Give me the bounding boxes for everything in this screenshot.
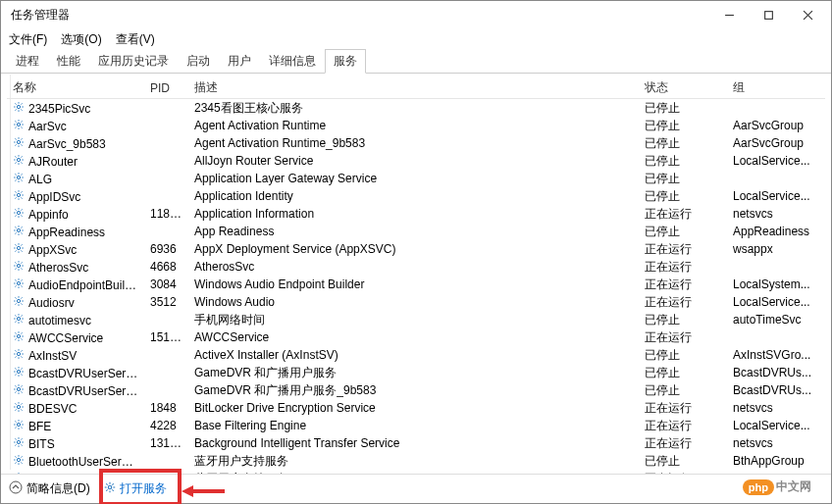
svg-line-18 — [15, 121, 16, 122]
column-header-group[interactable]: 组 — [727, 76, 825, 99]
svg-line-63 — [15, 209, 16, 210]
service-row[interactable]: AarSvcAgent Activation Runtime已停止AarSvcG… — [7, 117, 825, 134]
tab-strip: 进程 性能 应用历史记录 启动 用户 详细信息 服务 — [1, 50, 831, 74]
svg-line-90 — [15, 262, 16, 263]
column-header-name[interactable]: 名称 — [7, 76, 144, 99]
service-group-cell: netsvcs — [727, 207, 825, 221]
tab-users[interactable]: 用户 — [219, 49, 260, 73]
service-row[interactable]: AtherosSvc4668AtherosSvc正在运行 — [7, 258, 825, 276]
service-desc-cell: Agent Activation Runtime_9b583 — [188, 136, 639, 150]
service-row[interactable]: Appinfo11832Application Information正在运行n… — [7, 205, 825, 223]
service-row[interactable]: AWCCService15164AWCCService正在运行 — [7, 328, 825, 346]
service-status-cell: 已停止 — [639, 118, 727, 134]
svg-line-55 — [21, 197, 22, 198]
menu-file[interactable]: 文件(F) — [7, 29, 49, 50]
watermark-text: 中文网 — [776, 479, 811, 495]
svg-point-94 — [17, 281, 20, 284]
menubar: 文件(F) 选项(O) 查看(V) — [1, 28, 831, 50]
svg-line-39 — [21, 156, 22, 157]
service-pid-cell: 6936 — [144, 242, 188, 256]
service-icon — [13, 419, 25, 430]
tab-processes[interactable]: 进程 — [7, 49, 48, 73]
service-desc-cell: Windows Audio — [188, 295, 639, 309]
svg-line-189 — [15, 456, 16, 457]
svg-line-154 — [21, 391, 22, 392]
menu-view[interactable]: 查看(V) — [114, 29, 157, 50]
svg-point-157 — [17, 405, 20, 408]
service-row[interactable]: BFE4228Base Filtering Engine正在运行LocalSer… — [7, 417, 825, 434]
tab-startup[interactable]: 启动 — [178, 49, 219, 73]
service-row[interactable]: AudioEndpointBuilder3084Windows Audio En… — [7, 276, 825, 293]
service-icon — [13, 242, 25, 254]
svg-line-12 — [21, 103, 22, 104]
svg-line-165 — [21, 403, 22, 404]
service-row[interactable]: BDESVC1848BitLocker Drive Encryption Ser… — [7, 399, 825, 417]
svg-point-4 — [17, 105, 20, 108]
less-info-button[interactable]: 简略信息(D) — [9, 480, 90, 497]
service-row[interactable]: BcastDVRUserService_9b...GameDVR 和广播用户服务… — [7, 381, 825, 399]
service-row[interactable]: AarSvc_9b583Agent Activation Runtime_9b5… — [7, 134, 825, 152]
service-status-cell: 已停止 — [639, 171, 727, 187]
service-row[interactable]: ALGApplication Layer Gateway Service已停止 — [7, 170, 825, 187]
open-services-link[interactable]: 打开服务 — [104, 480, 167, 497]
service-icon — [13, 101, 25, 113]
service-status-cell: 已停止 — [639, 382, 727, 399]
service-row[interactable]: AJRouterAllJoyn Router Service已停止LocalSe… — [7, 152, 825, 170]
services-list[interactable]: 2345PicSvc2345看图王核心服务已停止AarSvcAgent Acti… — [7, 99, 825, 474]
maximize-button[interactable] — [749, 2, 788, 27]
close-button[interactable] — [788, 2, 827, 27]
column-header-status[interactable]: 状态 — [639, 76, 727, 99]
minimize-button[interactable] — [709, 2, 749, 27]
service-name-cell: AppIDSvc — [7, 189, 144, 204]
column-header-pid[interactable]: PID — [144, 78, 188, 98]
svg-rect-1 — [764, 11, 772, 19]
service-group-cell: netsvcs — [727, 401, 825, 415]
service-row[interactable]: BITS13164Background Intelligent Transfer… — [7, 434, 825, 452]
service-name-cell: AarSvc — [7, 119, 144, 133]
service-name-cell: AxInstSV — [7, 348, 144, 363]
svg-line-48 — [21, 174, 22, 175]
svg-line-73 — [21, 232, 22, 233]
svg-line-99 — [15, 279, 16, 280]
tab-services[interactable]: 服务 — [325, 49, 366, 74]
service-row[interactable]: AxInstSVActiveX Installer (AxInstSV)已停止A… — [7, 346, 825, 364]
service-desc-cell: AWCCService — [188, 330, 639, 344]
svg-point-40 — [17, 176, 20, 178]
svg-line-75 — [21, 227, 22, 227]
tab-details[interactable]: 详细信息 — [260, 49, 325, 73]
svg-line-126 — [15, 332, 16, 333]
tab-app-history[interactable]: 应用历史记录 — [89, 49, 178, 73]
svg-point-202 — [10, 481, 22, 493]
service-name-cell: ALG — [7, 172, 144, 186]
service-icon — [13, 172, 25, 183]
column-header-description[interactable]: 描述 — [188, 76, 639, 99]
menu-options[interactable]: 选项(O) — [59, 29, 103, 50]
service-row[interactable]: AppReadinessApp Readiness已停止AppReadiness — [7, 223, 825, 240]
service-row[interactable]: BluetoothUserService蓝牙用户支持服务已停止BthAppGro… — [7, 452, 825, 470]
svg-line-181 — [21, 444, 22, 445]
background-window-edge — [1, 75, 11, 470]
svg-point-121 — [17, 334, 20, 337]
svg-line-119 — [15, 321, 16, 322]
tab-performance[interactable]: 性能 — [48, 49, 89, 73]
service-name-cell: AudioEndpointBuilder — [7, 277, 144, 292]
svg-point-130 — [17, 352, 20, 355]
service-desc-cell: Application Identity — [188, 189, 639, 203]
service-row[interactable]: 2345PicSvc2345看图王核心服务已停止 — [7, 99, 825, 117]
service-row[interactable]: autotimesvc手机网络时间已停止autoTimeSvc — [7, 311, 825, 328]
service-name-cell: BDESVC — [7, 401, 144, 416]
svg-line-171 — [15, 421, 16, 422]
svg-line-29 — [15, 144, 16, 145]
service-name-cell: BcastDVRUserService — [7, 366, 144, 380]
service-status-cell: 正在运行 — [639, 259, 727, 276]
service-name-cell: AppReadiness — [7, 225, 144, 239]
service-row[interactable]: AppIDSvcApplication Identity已停止LocalServ… — [7, 187, 825, 205]
service-row[interactable]: Audiosrv3512Windows Audio正在运行LocalServic… — [7, 293, 825, 311]
service-row[interactable]: AppXSvc6936AppX Deployment Service (AppX… — [7, 240, 825, 258]
service-desc-cell: GameDVR 和广播用户服务_9b583 — [188, 382, 639, 399]
service-group-cell: LocalService... — [727, 295, 825, 309]
service-row[interactable]: BcastDVRUserServiceGameDVR 和广播用户服务已停止Bca… — [7, 364, 825, 381]
svg-line-66 — [21, 209, 22, 210]
svg-line-27 — [15, 138, 16, 139]
svg-point-13 — [17, 123, 20, 126]
